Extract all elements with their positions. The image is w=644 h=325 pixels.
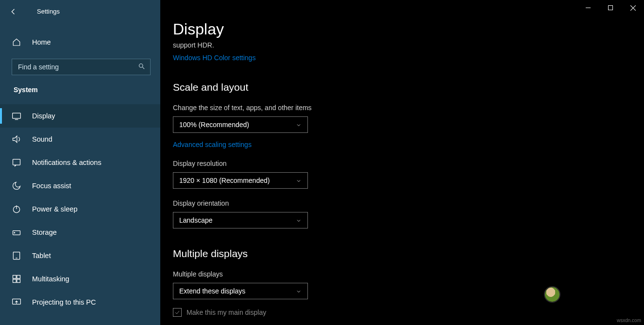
sidebar-item-label: Sound <box>32 135 52 143</box>
main-display-checkbox-label: Make this my main display <box>186 309 266 316</box>
notifications-icon <box>12 158 21 167</box>
scale-value: 100% (Recommended) <box>179 121 249 129</box>
svg-rect-6 <box>13 113 21 118</box>
sidebar-item-multitasking[interactable]: Multitasking <box>0 267 160 291</box>
sidebar-home[interactable]: Home <box>0 32 160 52</box>
search-box[interactable] <box>12 59 151 75</box>
multiple-displays-dropdown[interactable]: Extend these displays <box>173 283 308 299</box>
sidebar-item-label: Projecting to this PC <box>32 298 96 306</box>
sidebar-item-display[interactable]: Display <box>0 104 160 128</box>
sidebar-item-label: Multitasking <box>32 275 69 283</box>
watermark: wsxdn.com <box>617 318 641 323</box>
search-icon <box>138 63 145 72</box>
orientation-dropdown[interactable]: Landscape <box>173 212 308 228</box>
advanced-scaling-link[interactable]: Advanced scaling settings <box>173 141 252 148</box>
home-icon <box>12 37 21 47</box>
sidebar-item-sound[interactable]: Sound <box>0 128 160 151</box>
storage-icon <box>12 228 21 237</box>
tablet-icon <box>12 251 21 260</box>
display-icon <box>12 111 21 121</box>
main-display-checkbox-row: Make this my main display <box>173 308 503 317</box>
multiple-value: Extend these displays <box>179 287 245 295</box>
app-title: Settings <box>37 8 60 15</box>
scale-label: Change the size of text, apps, and other… <box>173 104 503 112</box>
avatar <box>545 287 559 302</box>
sidebar: Settings Home System Display <box>0 0 160 325</box>
back-button[interactable] <box>4 2 23 21</box>
sidebar-item-storage[interactable]: Storage <box>0 221 160 244</box>
svg-point-13 <box>14 232 15 233</box>
sidebar-item-power[interactable]: Power & sleep <box>0 197 160 221</box>
svg-rect-1 <box>609 6 613 10</box>
section-scale-title: Scale and layout <box>173 81 503 93</box>
chevron-down-icon <box>296 122 302 128</box>
minimize-button[interactable] <box>577 0 599 16</box>
sidebar-item-notifications[interactable]: Notifications & actions <box>0 151 160 174</box>
sidebar-item-projecting[interactable]: Projecting to this PC <box>0 291 160 314</box>
close-button[interactable] <box>622 0 644 16</box>
multiple-label: Multiple displays <box>173 270 503 278</box>
sidebar-nav: Display Sound Notifications & actions Fo… <box>0 104 160 314</box>
sidebar-item-label: Storage <box>32 228 57 236</box>
chevron-down-icon <box>296 288 302 294</box>
power-icon <box>12 204 21 214</box>
svg-rect-9 <box>13 159 20 165</box>
orientation-value: Landscape <box>179 216 213 224</box>
home-label: Home <box>32 38 51 46</box>
section-multiple-title: Multiple displays <box>173 248 503 260</box>
svg-line-5 <box>142 67 144 69</box>
maximize-button[interactable] <box>599 0 622 16</box>
orientation-label: Display orientation <box>173 199 503 207</box>
sound-icon <box>12 134 21 144</box>
search-input[interactable] <box>17 63 138 71</box>
chevron-down-icon <box>296 178 302 183</box>
sidebar-item-tablet[interactable]: Tablet <box>0 244 160 267</box>
sidebar-item-label: Display <box>32 112 55 120</box>
svg-rect-17 <box>17 276 20 279</box>
hdr-description: support HDR. <box>173 41 503 49</box>
multitasking-icon <box>12 274 21 284</box>
svg-rect-16 <box>13 276 17 279</box>
sidebar-item-label: Focus assist <box>32 182 71 190</box>
resolution-label: Display resolution <box>173 160 503 167</box>
svg-marker-8 <box>13 136 17 142</box>
resolution-dropdown[interactable]: 1920 × 1080 (Recommended) <box>173 172 308 189</box>
focus-icon <box>12 181 21 191</box>
sidebar-item-focus[interactable]: Focus assist <box>0 174 160 197</box>
main-panel: Display support HDR. Windows HD Color se… <box>160 0 644 325</box>
projecting-icon <box>12 297 21 307</box>
sidebar-item-label: Notifications & actions <box>32 159 102 166</box>
svg-point-4 <box>139 64 143 67</box>
page-title: Display <box>173 20 503 38</box>
main-display-checkbox[interactable] <box>173 308 182 317</box>
svg-rect-19 <box>17 279 20 283</box>
sidebar-item-label: Tablet <box>32 252 51 260</box>
hdr-settings-link[interactable]: Windows HD Color settings <box>173 54 255 62</box>
sidebar-category: System <box>0 75 160 98</box>
chevron-down-icon <box>296 217 302 223</box>
scale-dropdown[interactable]: 100% (Recommended) <box>173 116 308 133</box>
svg-rect-18 <box>13 279 17 283</box>
sidebar-item-label: Power & sleep <box>32 205 78 213</box>
resolution-value: 1920 × 1080 (Recommended) <box>179 177 270 184</box>
